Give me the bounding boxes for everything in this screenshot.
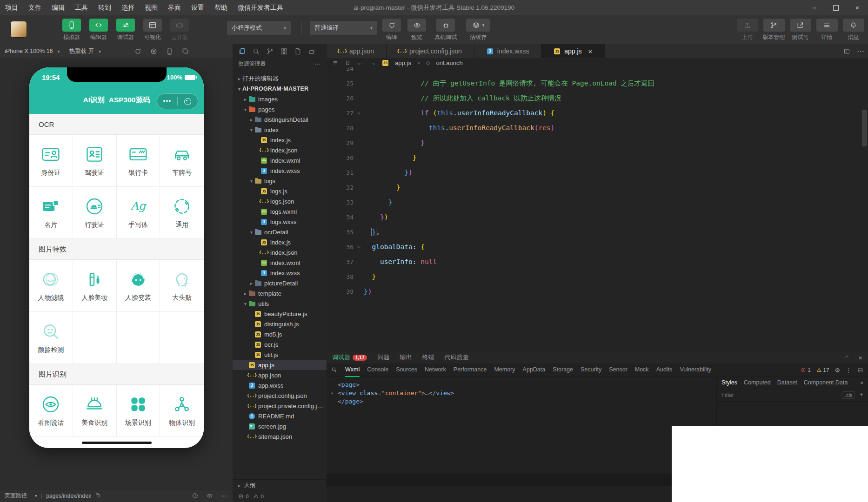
tree-file-app.js[interactable]: JSapp.js xyxy=(233,360,327,370)
menu-item[interactable]: 帮助 xyxy=(209,0,233,15)
tree-file-logs.wxss[interactable]: 3logs.wxss xyxy=(233,217,327,227)
tree-file-app.json[interactable]: {..}app.json xyxy=(233,370,327,380)
tree-file-ocrDetail[interactable]: ▾ocrDetail xyxy=(233,227,327,237)
outline-list-icon[interactable] xyxy=(332,59,339,66)
devtools-tab-Audits[interactable]: Audits xyxy=(656,363,673,377)
chevron-right-icon[interactable]: » xyxy=(860,379,863,386)
extensions-icon[interactable] xyxy=(280,47,288,55)
tree-file-beautyPicture.js[interactable]: JSbeautyPicture.js xyxy=(233,309,327,319)
menu-item[interactable]: 界面 xyxy=(163,0,186,15)
close-icon[interactable]: × xyxy=(588,47,593,55)
tree-file-utils[interactable]: ▾utils xyxy=(233,298,327,309)
more-h-icon[interactable]: ⋯ xyxy=(857,47,864,56)
inspect-element-icon[interactable] xyxy=(331,367,338,373)
screenshot-icon[interactable] xyxy=(150,47,158,55)
editor-scrollbar[interactable] xyxy=(862,110,867,146)
preview-visibility-icon[interactable] xyxy=(206,492,213,499)
cloud-tools-icon[interactable] xyxy=(308,47,316,55)
tree-file-distinguish.js[interactable]: JSdistinguish.js xyxy=(233,319,327,329)
menu-item[interactable]: 编辑 xyxy=(47,0,70,15)
search-icon[interactable] xyxy=(252,47,260,55)
tree-folder-AI-PROGRAM-MASTER[interactable]: ▾AI-PROGRAM-MASTER xyxy=(233,84,327,94)
tree-file-index.wxss[interactable]: 3index.wxss xyxy=(233,268,327,278)
tree-file-project.private.config.js...[interactable]: {..}project.private.config.js... xyxy=(233,401,327,411)
devtools-tab-Mock[interactable]: Mock xyxy=(635,363,649,377)
back-icon[interactable]: ← xyxy=(357,59,363,66)
menu-item[interactable]: 视图 xyxy=(140,0,163,15)
tree-file-logs.js[interactable]: JSlogs.js xyxy=(233,186,327,196)
maximize-button[interactable] xyxy=(825,0,847,15)
more-h-icon[interactable]: ⋯ xyxy=(220,493,226,499)
tree-folder-打开的编辑器[interactable]: ▸打开的编辑器 xyxy=(233,73,327,84)
toolbar-button-bell[interactable]: 消息 xyxy=(840,19,867,41)
menu-item[interactable]: 文件 xyxy=(23,0,47,15)
toolbar-button-cloud[interactable]: 云开发 xyxy=(166,19,193,41)
capsule-more-button[interactable]: ••• xyxy=(157,99,177,104)
grid-item-handwriting[interactable]: Ag手写体 xyxy=(117,187,160,239)
menu-item[interactable]: 转到 xyxy=(93,0,116,15)
grid-item-sticker[interactable]: 大头贴 xyxy=(160,260,204,312)
toolbar-button-branch[interactable]: 版本管理 xyxy=(761,19,787,41)
outline-section[interactable]: ▸ 大纲 xyxy=(233,479,327,491)
styles-tab-Computed[interactable]: Computed xyxy=(744,379,771,386)
compile-mode-select[interactable]: 普通编译 ▾ xyxy=(310,21,377,35)
tree-file-logs.json[interactable]: {..}logs.json xyxy=(233,196,327,206)
tree-file-index.wxml[interactable]: <>index.wxml xyxy=(233,258,327,268)
debug-tab-调试器[interactable]: 调试器1,17 xyxy=(332,353,367,362)
devtools-tab-Memory[interactable]: Memory xyxy=(494,363,515,377)
capsule-home-button[interactable] xyxy=(178,98,198,105)
grid-item-makeup[interactable]: 人脸美妆 xyxy=(73,260,117,312)
grid-item-pfilter[interactable]: 人物滤镜 xyxy=(29,260,73,312)
tab-index.wxss[interactable]: 3index.wxss xyxy=(474,44,541,58)
devtools-tab-Performance[interactable]: Performance xyxy=(454,363,487,377)
toolbar-button-sliders[interactable]: 调试器 xyxy=(112,19,139,41)
page-path-select[interactable]: 页面路径 ▾ xyxy=(5,492,37,500)
toolbar-button-code[interactable]: 编辑器 xyxy=(85,19,112,41)
console-warnings[interactable]: 17 xyxy=(816,367,829,373)
device-select[interactable]: iPhone X 100% 16 ▾ xyxy=(0,44,65,58)
tree-file-util.js[interactable]: JSutil.js xyxy=(233,350,327,360)
toolbar-button-layout[interactable]: 可视化 xyxy=(139,19,166,41)
toolbar-button-phone[interactable]: 模拟器 xyxy=(58,19,85,41)
cls-toggle[interactable]: .cls xyxy=(842,391,855,399)
tree-file-project.config.json[interactable]: {..}project.config.json xyxy=(233,390,327,401)
drawer-icon[interactable] xyxy=(857,367,863,373)
split-editor-icon[interactable] xyxy=(843,48,850,55)
grid-item-namecard[interactable]: 名片 xyxy=(29,187,73,239)
toolbar-button-refresh[interactable]: 编译 xyxy=(381,19,403,41)
tree-file-index.js[interactable]: JSindex.js xyxy=(233,237,327,247)
tree-file-ocr.js[interactable]: JSocr.js xyxy=(233,339,327,350)
menu-item[interactable]: 项目 xyxy=(0,0,23,15)
devtools-tab-Security[interactable]: Security xyxy=(581,363,601,377)
hot-reload-toggle[interactable]: 热重载 开 ▾ xyxy=(65,44,106,58)
tree-file-app.wxss[interactable]: 3app.wxss xyxy=(233,380,327,390)
devtools-tab-Network[interactable]: Network xyxy=(425,363,446,377)
tab-project.config.json[interactable]: {..}project.config.json xyxy=(387,44,474,58)
wxml-node[interactable]: </page> xyxy=(331,397,717,405)
close-panel-icon[interactable]: × xyxy=(858,354,862,362)
code-editor[interactable]: 2425 // 由于 getUserInfo 是网络请求, 可能会在 Page.… xyxy=(327,67,868,351)
devtools-tab-AppData[interactable]: AppData xyxy=(523,363,546,377)
styles-tab-Dataset[interactable]: Dataset xyxy=(777,379,797,386)
mode-select[interactable]: 小程序模式 ▾ xyxy=(227,21,291,35)
tree-file-index.json[interactable]: {..}index.json xyxy=(233,247,327,258)
grid-item-general[interactable]: 通用 xyxy=(160,187,204,239)
tree-file-logs.wxml[interactable]: <>logs.wxml xyxy=(233,206,327,217)
filter-input[interactable] xyxy=(721,391,838,399)
tree-file-index[interactable]: ▾index xyxy=(233,125,327,135)
tree-file-pictureDetail[interactable]: ▸pictureDetail xyxy=(233,278,327,288)
menu-item[interactable]: 工具 xyxy=(70,0,93,15)
wxml-node[interactable]: <page> xyxy=(331,380,717,389)
toolbar-button-eye[interactable]: 预览 xyxy=(406,19,428,41)
debug-tab-代码质量[interactable]: 代码质量 xyxy=(444,353,468,362)
tab-app.json[interactable]: {..}app.json xyxy=(327,44,387,58)
close-button[interactable]: × xyxy=(847,0,868,15)
kebab-icon[interactable]: ⋮ xyxy=(846,367,852,374)
console-errors[interactable]: 1 xyxy=(801,367,810,373)
grid-item-scene[interactable]: 场景识别 xyxy=(117,385,160,437)
devtools-tab-Wxml[interactable]: Wxml xyxy=(345,363,360,377)
tree-file-README.md[interactable]: iREADME.md xyxy=(233,411,327,421)
styles-tab-Styles[interactable]: Styles xyxy=(721,379,737,386)
debug-tab-输出[interactable]: 输出 xyxy=(400,353,412,362)
debug-tab-终端[interactable]: 终端 xyxy=(422,353,434,362)
